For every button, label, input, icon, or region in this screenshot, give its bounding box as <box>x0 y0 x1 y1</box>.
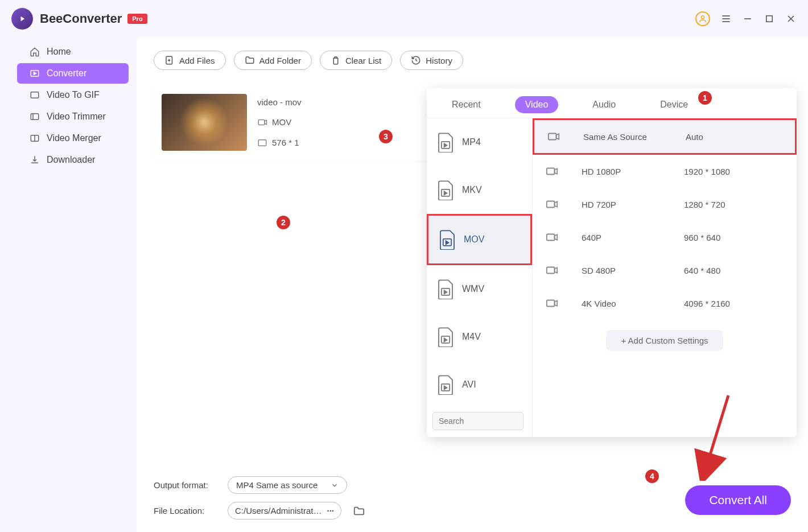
maximize-button[interactable] <box>764 13 775 24</box>
svg-marker-42 <box>556 134 559 139</box>
svg-marker-34 <box>446 241 449 244</box>
resolution-1080p[interactable]: HD 1080P 1920 * 1080 <box>533 155 797 188</box>
format-m4v[interactable]: M4V <box>427 313 532 361</box>
nav-label: Video Merger <box>47 133 101 143</box>
user-icon[interactable] <box>695 11 710 26</box>
svg-point-1 <box>701 15 704 18</box>
add-folder-button[interactable]: Add Folder <box>234 51 312 70</box>
nav-label: Downloader <box>47 155 95 165</box>
format-search-input[interactable] <box>432 412 523 430</box>
svg-rect-43 <box>547 168 555 175</box>
video-icon <box>257 117 267 127</box>
annotation-1: 1 <box>698 91 712 105</box>
svg-marker-20 <box>265 120 267 125</box>
format-wmv[interactable]: WMV <box>427 265 532 313</box>
svg-marker-44 <box>555 168 558 174</box>
svg-rect-51 <box>547 300 555 307</box>
main-panel: Add Files Add Folder Clear List History … <box>137 37 808 532</box>
add-custom-settings-button[interactable]: + Add Custom Settings <box>606 330 723 351</box>
resolution-640p[interactable]: 640P 960 * 640 <box>533 221 797 254</box>
svg-rect-49 <box>547 267 555 274</box>
format-avi[interactable]: AVI <box>427 361 532 409</box>
tab-video[interactable]: Video <box>515 96 559 113</box>
svg-marker-38 <box>444 338 447 341</box>
format-list: MP4 MKV MOV WMV <box>427 118 533 437</box>
resolution-icon <box>257 138 267 148</box>
format-mkv[interactable]: MKV <box>427 166 532 214</box>
file-location-label: File Location: <box>154 506 216 515</box>
svg-rect-21 <box>258 139 266 146</box>
file-location-input[interactable]: C:/Users/Administrator/D ··· <box>228 502 341 519</box>
titlebar: BeeConverter Pro <box>0 0 808 37</box>
svg-marker-36 <box>444 290 447 294</box>
svg-marker-40 <box>444 386 447 389</box>
sidebar: Home Converter Video To GIF Video Trimme… <box>0 37 137 532</box>
clear-list-button[interactable]: Clear List <box>320 51 392 70</box>
file-ext: MOV <box>272 117 291 127</box>
nav-label: Video To GIF <box>47 90 100 100</box>
convert-all-button[interactable]: Convert All <box>685 485 791 515</box>
video-thumbnail[interactable] <box>162 94 247 151</box>
toolbar: Add Files Add Folder Clear List History <box>137 37 808 76</box>
add-files-button[interactable]: Add Files <box>154 51 226 70</box>
format-dropdown: Recent Video Audio Device MP4 MKV <box>427 88 797 437</box>
annotation-3: 3 <box>379 130 393 143</box>
svg-rect-11 <box>31 92 39 98</box>
svg-marker-30 <box>444 143 447 147</box>
svg-rect-19 <box>258 119 265 125</box>
nav-video-to-gif[interactable]: Video To GIF <box>17 85 129 105</box>
resolution-480p[interactable]: SD 480P 640 * 480 <box>533 254 797 287</box>
nav-label: Home <box>47 47 71 57</box>
nav-label: Video Trimmer <box>47 112 106 122</box>
resolution-list: Same As Source Auto HD 1080P 1920 * 1080… <box>533 118 797 437</box>
svg-line-54 <box>706 395 728 469</box>
svg-rect-6 <box>766 15 773 22</box>
nav-downloader[interactable]: Downloader <box>17 150 129 170</box>
more-icon[interactable]: ··· <box>327 506 334 515</box>
svg-marker-46 <box>555 201 558 207</box>
resolution-4k[interactable]: 4K Video 4096 * 2160 <box>533 287 797 320</box>
trimmer-icon <box>30 112 40 122</box>
nav-converter[interactable]: Converter <box>17 63 129 84</box>
converter-icon <box>30 68 40 79</box>
svg-marker-32 <box>444 191 447 195</box>
nav-merger[interactable]: Video Merger <box>17 128 129 149</box>
resolution-same-as-source[interactable]: Same As Source Auto <box>533 118 797 155</box>
tab-audio[interactable]: Audio <box>582 96 626 113</box>
tab-recent[interactable]: Recent <box>442 96 491 113</box>
output-format-select[interactable]: MP4 Same as source <box>228 476 347 494</box>
svg-marker-48 <box>555 234 558 240</box>
close-button[interactable] <box>785 13 797 24</box>
file-res: 576 * 1 <box>272 138 299 147</box>
pro-badge: Pro <box>127 14 147 24</box>
format-mov[interactable]: MOV <box>427 214 532 265</box>
gif-icon <box>30 90 40 100</box>
svg-rect-47 <box>547 234 555 241</box>
svg-rect-41 <box>549 134 556 140</box>
nav-trimmer[interactable]: Video Trimmer <box>17 106 129 127</box>
svg-marker-0 <box>21 16 25 20</box>
nav-home[interactable]: Home <box>17 42 129 62</box>
annotation-4: 4 <box>645 469 659 483</box>
open-folder-icon[interactable] <box>353 505 365 517</box>
hamburger-menu-icon[interactable] <box>720 13 732 24</box>
format-mp4[interactable]: MP4 <box>427 118 532 166</box>
nav-label: Converter <box>47 68 86 79</box>
svg-marker-50 <box>555 267 558 273</box>
chevron-down-icon <box>331 481 339 489</box>
svg-rect-45 <box>547 201 555 208</box>
file-name: video - mov <box>257 97 302 107</box>
minimize-button[interactable] <box>742 13 753 24</box>
app-title: BeeConverter <box>40 11 122 26</box>
merger-icon <box>30 133 40 143</box>
output-format-label: Output format: <box>154 480 216 490</box>
history-button[interactable]: History <box>400 51 463 70</box>
svg-marker-10 <box>34 72 36 75</box>
tab-device[interactable]: Device <box>650 96 698 113</box>
svg-rect-12 <box>31 114 39 120</box>
svg-marker-52 <box>555 300 558 306</box>
home-icon <box>30 47 40 57</box>
annotation-2: 2 <box>277 216 290 229</box>
app-logo <box>11 8 33 30</box>
resolution-720p[interactable]: HD 720P 1280 * 720 <box>533 188 797 221</box>
